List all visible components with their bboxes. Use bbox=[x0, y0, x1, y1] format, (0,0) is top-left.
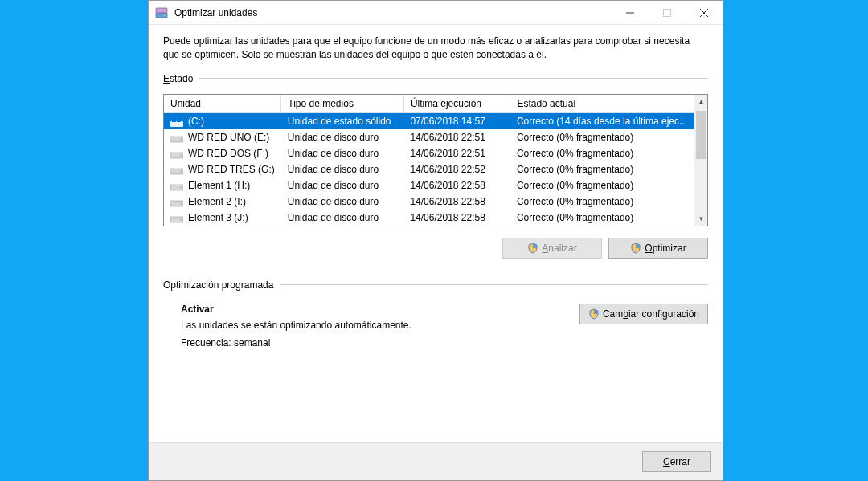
table-row[interactable]: WD RED TRES (G:)Unidad de disco duro14/0… bbox=[164, 161, 694, 177]
cell-media: Unidad de disco duro bbox=[281, 145, 404, 161]
cell-last: 14/06/2018 22:58 bbox=[403, 210, 510, 226]
svg-point-15 bbox=[180, 171, 182, 173]
cell-last: 14/06/2018 22:58 bbox=[403, 177, 510, 194]
app-icon bbox=[155, 6, 168, 19]
drive-icon bbox=[170, 181, 183, 190]
col-header-state[interactable]: Estado actual bbox=[510, 95, 694, 113]
cell-unit: Element 1 (H:) bbox=[164, 177, 281, 194]
cell-unit: (C:) bbox=[164, 112, 281, 129]
scroll-down-icon[interactable]: ▼ bbox=[694, 212, 708, 226]
titlebar[interactable]: Optimizar unidades bbox=[149, 1, 723, 25]
scheduled-activate-label: Activar bbox=[181, 304, 579, 315]
drive-icon bbox=[170, 116, 183, 126]
scheduled-frequency: Frecuencia: semanal bbox=[181, 337, 579, 349]
analyze-button: Analizar bbox=[502, 238, 602, 259]
cell-last: 14/06/2018 22:51 bbox=[403, 145, 510, 161]
cell-last: 14/06/2018 22:58 bbox=[403, 194, 510, 210]
svg-point-17 bbox=[180, 187, 182, 189]
cell-media: Unidad de disco duro bbox=[281, 177, 404, 194]
drive-icon bbox=[170, 149, 183, 158]
optimize-button[interactable]: Optimizar bbox=[608, 238, 708, 259]
svg-rect-7 bbox=[170, 121, 183, 127]
status-section-header: Estado bbox=[163, 73, 708, 84]
table-row[interactable]: Element 3 (J:)Unidad de disco duro14/06/… bbox=[164, 210, 694, 226]
svg-point-11 bbox=[180, 139, 182, 141]
cell-unit: WD RED UNO (E:) bbox=[164, 129, 281, 145]
cell-media: Unidad de disco duro bbox=[281, 129, 404, 145]
description-text: Puede optimizar las unidades para que el… bbox=[163, 35, 708, 62]
table-row[interactable]: (C:)Unidad de estado sólido07/06/2018 14… bbox=[164, 112, 694, 129]
table-row[interactable]: Element 1 (H:)Unidad de disco duro14/06/… bbox=[164, 177, 694, 194]
optimize-drives-window: Optimizar unidades Puede optimizar las u… bbox=[148, 0, 723, 481]
close-button[interactable] bbox=[686, 1, 723, 25]
svg-rect-8 bbox=[172, 118, 176, 122]
cell-unit: WD RED DOS (F:) bbox=[164, 145, 281, 161]
cell-state: Correcto (0% fragmentado) bbox=[510, 194, 694, 210]
drive-icon bbox=[170, 165, 183, 174]
table-row[interactable]: WD RED UNO (E:)Unidad de disco duro14/06… bbox=[164, 129, 694, 145]
cell-state: Correcto (0% fragmentado) bbox=[510, 177, 694, 194]
shield-icon bbox=[527, 243, 538, 254]
table-row[interactable]: Element 2 (I:)Unidad de disco duro14/06/… bbox=[164, 194, 694, 210]
table-scrollbar[interactable]: ▲ ▼ bbox=[694, 95, 707, 226]
scheduled-section-header: Optimización programada bbox=[163, 279, 708, 291]
drives-table-container: Unidad Tipo de medios Última ejecución E… bbox=[163, 94, 708, 226]
cell-unit: Element 3 (J:) bbox=[164, 210, 281, 226]
shield-icon bbox=[588, 308, 600, 320]
table-row[interactable]: WD RED DOS (F:)Unidad de disco duro14/06… bbox=[164, 145, 694, 161]
svg-rect-9 bbox=[177, 118, 181, 122]
cell-media: Unidad de estado sólido bbox=[281, 112, 404, 129]
bottom-bar: Cerrar bbox=[149, 442, 723, 480]
scroll-up-icon[interactable]: ▲ bbox=[694, 95, 708, 108]
cell-last: 14/06/2018 22:52 bbox=[403, 161, 510, 177]
svg-rect-4 bbox=[664, 9, 671, 16]
col-header-last[interactable]: Última ejecución bbox=[403, 95, 510, 113]
table-header-row[interactable]: Unidad Tipo de medios Última ejecución E… bbox=[164, 95, 694, 113]
cell-media: Unidad de disco duro bbox=[281, 194, 404, 210]
cell-media: Unidad de disco duro bbox=[281, 210, 404, 226]
change-settings-button[interactable]: Cambiar configuración bbox=[579, 304, 708, 324]
maximize-button[interactable] bbox=[649, 1, 686, 25]
cell-state: Correcto (0% fragmentado) bbox=[510, 145, 694, 161]
shield-icon bbox=[630, 243, 641, 254]
drive-icon bbox=[170, 213, 183, 222]
drives-table[interactable]: Unidad Tipo de medios Última ejecución E… bbox=[164, 95, 694, 226]
scroll-thumb[interactable] bbox=[696, 111, 706, 159]
cell-media: Unidad de disco duro bbox=[281, 161, 404, 177]
col-header-media[interactable]: Tipo de medios bbox=[281, 95, 404, 113]
cell-unit: WD RED TRES (G:) bbox=[164, 161, 281, 177]
drive-icon bbox=[170, 132, 183, 142]
svg-point-21 bbox=[180, 219, 182, 221]
cell-state: Correcto (0% fragmentado) bbox=[510, 129, 694, 145]
svg-point-19 bbox=[180, 203, 182, 205]
svg-rect-1 bbox=[156, 8, 167, 13]
col-header-unit[interactable]: Unidad bbox=[164, 95, 281, 113]
window-title: Optimizar unidades bbox=[174, 7, 257, 18]
cell-state: Correcto (0% fragmentado) bbox=[510, 161, 694, 177]
cell-state: Correcto (0% fragmentado) bbox=[510, 210, 694, 226]
svg-point-2 bbox=[164, 14, 166, 16]
close-dialog-button[interactable]: Cerrar bbox=[642, 451, 711, 472]
cell-state: Correcto (14 días desde la última ejec..… bbox=[510, 112, 694, 129]
cell-unit: Element 2 (I:) bbox=[164, 194, 281, 210]
svg-point-13 bbox=[180, 155, 182, 157]
cell-last: 14/06/2018 22:51 bbox=[403, 129, 510, 145]
drive-icon bbox=[170, 197, 183, 206]
scheduled-description: Las unidades se están optimizando automá… bbox=[181, 320, 579, 331]
cell-last: 07/06/2018 14:57 bbox=[403, 112, 510, 129]
minimize-button[interactable] bbox=[612, 1, 649, 25]
